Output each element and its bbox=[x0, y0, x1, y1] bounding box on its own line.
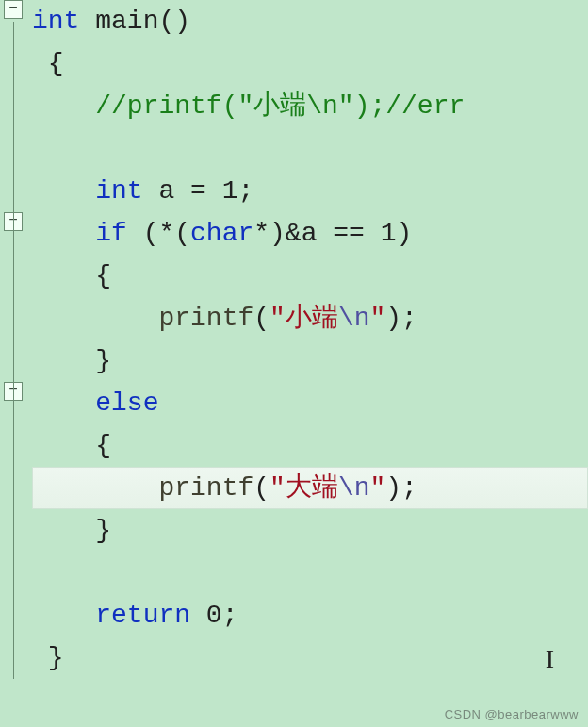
code-line-active: printf("大端\n"); bbox=[32, 467, 588, 509]
code-line: printf("小端\n"); bbox=[32, 297, 588, 339]
code-area[interactable]: int main() { //printf("小端\n");//err int … bbox=[26, 0, 588, 727]
escape-sequence: \n bbox=[338, 304, 370, 333]
call-printf: printf bbox=[158, 304, 253, 333]
text-cursor-icon: I bbox=[546, 646, 554, 672]
fold-marker[interactable]: − bbox=[4, 0, 23, 19]
code-line bbox=[32, 552, 588, 594]
code-line bbox=[32, 127, 588, 170]
code-line: else bbox=[32, 382, 588, 424]
keyword-int: int bbox=[32, 7, 79, 36]
code-line: } bbox=[32, 509, 588, 552]
code-line: { bbox=[32, 424, 588, 467]
code-line: return 0; bbox=[32, 594, 588, 636]
identifier-main: main bbox=[95, 7, 158, 36]
keyword-return: return bbox=[95, 601, 190, 630]
watermark: CSDN @bearbearwww bbox=[445, 707, 579, 721]
keyword-else: else bbox=[95, 388, 158, 418]
fold-gutter: − − − bbox=[0, 0, 26, 727]
comment: //printf("小端\n");//err bbox=[95, 91, 465, 121]
code-line: if (*(char*)&a == 1) bbox=[32, 212, 588, 255]
call-printf: printf bbox=[158, 473, 253, 503]
keyword-if: if bbox=[95, 219, 127, 248]
string-literal: 小端 bbox=[286, 304, 338, 333]
code-line: int main() bbox=[32, 0, 588, 42]
code-line: } bbox=[32, 636, 588, 679]
code-editor: − − − int main() { //printf("小端\n");//er… bbox=[0, 0, 588, 727]
keyword-char: char bbox=[190, 219, 253, 248]
escape-sequence: \n bbox=[338, 473, 370, 503]
code-line: { bbox=[32, 42, 588, 85]
code-line: } bbox=[32, 339, 588, 382]
code-line: //printf("小端\n");//err bbox=[32, 85, 588, 127]
code-line: { bbox=[32, 255, 588, 297]
code-line: int a = 1; bbox=[32, 170, 588, 212]
string-literal: 大端 bbox=[286, 473, 338, 503]
